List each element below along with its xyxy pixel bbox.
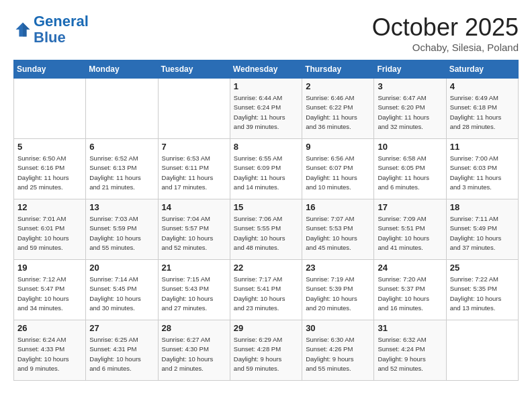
calendar-week-row: 5Sunrise: 6:50 AM Sunset: 6:16 PM Daylig… bbox=[14, 139, 519, 199]
day-number: 26 bbox=[17, 323, 82, 333]
day-info: Sunrise: 6:29 AM Sunset: 4:28 PM Dayligh… bbox=[234, 335, 298, 373]
calendar-day-cell: 29Sunrise: 6:29 AM Sunset: 4:28 PM Dayli… bbox=[230, 320, 302, 381]
day-of-week-header: Saturday bbox=[446, 60, 518, 79]
day-number: 31 bbox=[378, 323, 442, 333]
day-info: Sunrise: 6:50 AM Sunset: 6:16 PM Dayligh… bbox=[17, 154, 82, 192]
day-number: 28 bbox=[162, 323, 226, 333]
day-number: 5 bbox=[17, 142, 82, 152]
day-info: Sunrise: 6:49 AM Sunset: 6:18 PM Dayligh… bbox=[450, 93, 515, 132]
calendar-day-cell: 18Sunrise: 7:11 AM Sunset: 5:49 PM Dayli… bbox=[446, 199, 518, 260]
day-number: 2 bbox=[306, 81, 370, 91]
day-number: 3 bbox=[378, 81, 442, 91]
calendar-day-cell: 14Sunrise: 7:04 AM Sunset: 5:57 PM Dayli… bbox=[158, 199, 230, 260]
calendar-day-cell: 8Sunrise: 6:55 AM Sunset: 6:09 PM Daylig… bbox=[230, 139, 302, 199]
calendar-day-cell: 2Sunrise: 6:46 AM Sunset: 6:22 PM Daylig… bbox=[302, 79, 374, 139]
day-number: 1 bbox=[234, 81, 298, 91]
day-info: Sunrise: 7:14 AM Sunset: 5:45 PM Dayligh… bbox=[89, 275, 154, 313]
day-number: 15 bbox=[234, 202, 298, 212]
calendar-header: SundayMondayTuesdayWednesdayThursdayFrid… bbox=[14, 60, 519, 79]
calendar-day-cell bbox=[86, 79, 158, 139]
calendar-day-cell: 13Sunrise: 7:03 AM Sunset: 5:59 PM Dayli… bbox=[86, 199, 158, 260]
header-row: SundayMondayTuesdayWednesdayThursdayFrid… bbox=[14, 60, 519, 79]
calendar-day-cell: 5Sunrise: 6:50 AM Sunset: 6:16 PM Daylig… bbox=[14, 139, 86, 199]
calendar-day-cell: 17Sunrise: 7:09 AM Sunset: 5:51 PM Dayli… bbox=[374, 199, 446, 260]
svg-marker-1 bbox=[23, 23, 30, 37]
day-info: Sunrise: 7:07 AM Sunset: 5:53 PM Dayligh… bbox=[306, 214, 370, 253]
day-number: 14 bbox=[162, 202, 226, 212]
day-info: Sunrise: 7:11 AM Sunset: 5:49 PM Dayligh… bbox=[450, 214, 515, 253]
logo-icon bbox=[13, 20, 32, 39]
day-info: Sunrise: 7:17 AM Sunset: 5:41 PM Dayligh… bbox=[234, 275, 298, 313]
day-number: 19 bbox=[17, 263, 82, 273]
calendar-week-row: 1Sunrise: 6:44 AM Sunset: 6:24 PM Daylig… bbox=[14, 79, 519, 139]
day-number: 22 bbox=[234, 263, 298, 273]
logo: General Blue bbox=[13, 13, 89, 46]
day-number: 12 bbox=[17, 202, 82, 212]
day-number: 23 bbox=[306, 263, 370, 273]
day-number: 7 bbox=[162, 142, 226, 152]
calendar-day-cell: 21Sunrise: 7:15 AM Sunset: 5:43 PM Dayli… bbox=[158, 260, 230, 320]
day-info: Sunrise: 7:09 AM Sunset: 5:51 PM Dayligh… bbox=[378, 214, 442, 253]
calendar-day-cell: 15Sunrise: 7:06 AM Sunset: 5:55 PM Dayli… bbox=[230, 199, 302, 260]
calendar-day-cell bbox=[446, 320, 518, 381]
day-number: 29 bbox=[234, 323, 298, 333]
day-number: 24 bbox=[378, 263, 442, 273]
calendar-day-cell: 7Sunrise: 6:53 AM Sunset: 6:11 PM Daylig… bbox=[158, 139, 230, 199]
logo-text: General Blue bbox=[34, 13, 89, 46]
day-number: 25 bbox=[450, 263, 515, 273]
location: Ochaby, Silesia, Poland bbox=[372, 42, 519, 53]
calendar-day-cell: 20Sunrise: 7:14 AM Sunset: 5:45 PM Dayli… bbox=[86, 260, 158, 320]
day-of-week-header: Friday bbox=[374, 60, 446, 79]
day-number: 21 bbox=[162, 263, 226, 273]
calendar-day-cell: 31Sunrise: 6:32 AM Sunset: 4:24 PM Dayli… bbox=[374, 320, 446, 381]
day-info: Sunrise: 6:56 AM Sunset: 6:07 PM Dayligh… bbox=[306, 154, 370, 192]
day-of-week-header: Thursday bbox=[302, 60, 374, 79]
day-info: Sunrise: 7:00 AM Sunset: 6:03 PM Dayligh… bbox=[450, 154, 515, 192]
month-title: October 2025 bbox=[372, 13, 519, 42]
day-info: Sunrise: 6:44 AM Sunset: 6:24 PM Dayligh… bbox=[234, 93, 298, 132]
day-info: Sunrise: 6:55 AM Sunset: 6:09 PM Dayligh… bbox=[234, 154, 298, 192]
calendar-day-cell: 3Sunrise: 6:47 AM Sunset: 6:20 PM Daylig… bbox=[374, 79, 446, 139]
day-of-week-header: Wednesday bbox=[230, 60, 302, 79]
day-info: Sunrise: 7:19 AM Sunset: 5:39 PM Dayligh… bbox=[306, 275, 370, 313]
day-of-week-header: Sunday bbox=[14, 60, 86, 79]
day-info: Sunrise: 7:06 AM Sunset: 5:55 PM Dayligh… bbox=[234, 214, 298, 253]
day-info: Sunrise: 6:52 AM Sunset: 6:13 PM Dayligh… bbox=[89, 154, 154, 192]
calendar-day-cell: 6Sunrise: 6:52 AM Sunset: 6:13 PM Daylig… bbox=[86, 139, 158, 199]
day-number: 13 bbox=[89, 202, 154, 212]
calendar-body: 1Sunrise: 6:44 AM Sunset: 6:24 PM Daylig… bbox=[14, 79, 519, 381]
day-info: Sunrise: 6:27 AM Sunset: 4:30 PM Dayligh… bbox=[162, 335, 226, 373]
day-number: 16 bbox=[306, 202, 370, 212]
calendar-week-row: 26Sunrise: 6:24 AM Sunset: 4:33 PM Dayli… bbox=[14, 320, 519, 381]
calendar-day-cell: 9Sunrise: 6:56 AM Sunset: 6:07 PM Daylig… bbox=[302, 139, 374, 199]
calendar-day-cell: 1Sunrise: 6:44 AM Sunset: 6:24 PM Daylig… bbox=[230, 79, 302, 139]
day-info: Sunrise: 6:32 AM Sunset: 4:24 PM Dayligh… bbox=[378, 335, 442, 373]
page-header: General Blue October 2025 Ochaby, Silesi… bbox=[13, 13, 519, 53]
day-number: 6 bbox=[89, 142, 154, 152]
day-info: Sunrise: 7:22 AM Sunset: 5:35 PM Dayligh… bbox=[450, 275, 515, 313]
day-info: Sunrise: 6:25 AM Sunset: 4:31 PM Dayligh… bbox=[89, 335, 154, 373]
day-info: Sunrise: 7:01 AM Sunset: 6:01 PM Dayligh… bbox=[17, 214, 82, 253]
calendar-day-cell: 11Sunrise: 7:00 AM Sunset: 6:03 PM Dayli… bbox=[446, 139, 518, 199]
calendar-table: SundayMondayTuesdayWednesdayThursdayFrid… bbox=[13, 60, 519, 381]
day-info: Sunrise: 7:12 AM Sunset: 5:47 PM Dayligh… bbox=[17, 275, 82, 313]
calendar-day-cell: 10Sunrise: 6:58 AM Sunset: 6:05 PM Dayli… bbox=[374, 139, 446, 199]
logo-line2: Blue bbox=[34, 29, 66, 46]
day-info: Sunrise: 7:04 AM Sunset: 5:57 PM Dayligh… bbox=[162, 214, 226, 253]
day-info: Sunrise: 6:24 AM Sunset: 4:33 PM Dayligh… bbox=[17, 335, 82, 373]
calendar-day-cell: 25Sunrise: 7:22 AM Sunset: 5:35 PM Dayli… bbox=[446, 260, 518, 320]
day-of-week-header: Tuesday bbox=[158, 60, 230, 79]
day-number: 20 bbox=[89, 263, 154, 273]
day-number: 10 bbox=[378, 142, 442, 152]
day-info: Sunrise: 6:46 AM Sunset: 6:22 PM Dayligh… bbox=[306, 93, 370, 132]
calendar-day-cell: 30Sunrise: 6:30 AM Sunset: 4:26 PM Dayli… bbox=[302, 320, 374, 381]
day-of-week-header: Monday bbox=[86, 60, 158, 79]
day-number: 11 bbox=[450, 142, 515, 152]
title-block: October 2025 Ochaby, Silesia, Poland bbox=[372, 13, 519, 53]
calendar-day-cell: 26Sunrise: 6:24 AM Sunset: 4:33 PM Dayli… bbox=[14, 320, 86, 381]
calendar-day-cell bbox=[158, 79, 230, 139]
calendar-day-cell: 24Sunrise: 7:20 AM Sunset: 5:37 PM Dayli… bbox=[374, 260, 446, 320]
calendar-day-cell: 23Sunrise: 7:19 AM Sunset: 5:39 PM Dayli… bbox=[302, 260, 374, 320]
day-number: 17 bbox=[378, 202, 442, 212]
calendar-day-cell: 12Sunrise: 7:01 AM Sunset: 6:01 PM Dayli… bbox=[14, 199, 86, 260]
